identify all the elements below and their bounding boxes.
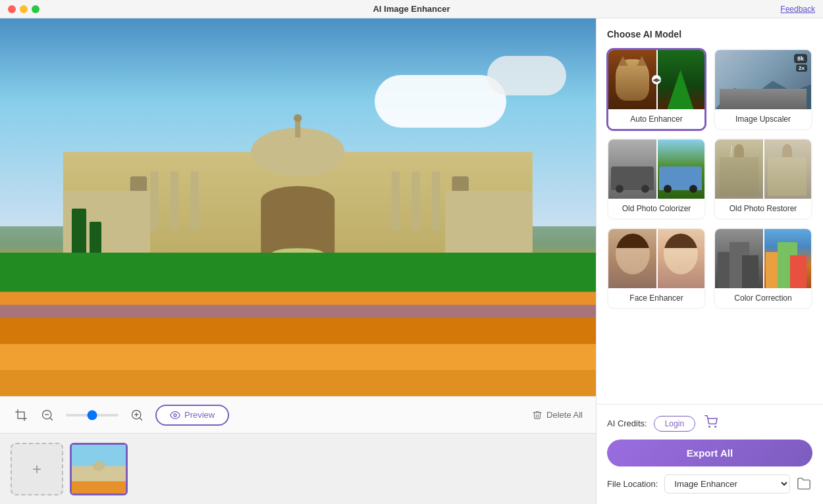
svg-point-13 [261,186,335,214]
upscaler-badge: 8k [794,54,807,63]
model-card-old-photo-restorer[interactable]: Old Photo Restorer [714,138,812,220]
restorer-before [715,139,763,199]
close-button[interactable] [8,5,16,13]
svg-point-37 [93,461,105,470]
ai-credits-label: AI Credits: [607,418,647,428]
model-image-color-correction [715,229,811,288]
svg-line-28 [50,417,53,420]
model-card-old-photo-colorizer[interactable]: Old Photo Colorizer [607,138,706,220]
auto-after [656,50,704,109]
model-image-old-photo-colorizer [608,139,704,199]
model-label-auto-enhancer: Auto Enhancer [608,109,704,129]
delete-all-button[interactable]: Delete All [532,410,583,420]
model-label-old-photo-colorizer: Old Photo Colorizer [608,199,704,218]
maximize-button[interactable] [32,5,40,13]
svg-rect-10 [412,171,420,230]
zoom-in-icon[interactable] [129,407,145,423]
model-label-image-upscaler: Image Upscaler [715,109,811,129]
model-card-color-correction[interactable]: Color Correction [714,228,812,309]
ai-model-section: Choose AI Model [597,18,823,404]
add-icon: + [32,460,41,478]
face-enhancer-after [656,229,704,288]
model-image-auto-enhancer: ◀▶ [608,50,704,109]
add-image-button[interactable]: + [11,443,63,495]
file-location-select[interactable]: Image Enhancer Desktop Documents Custom.… [664,474,790,493]
model-label-color-correction: Color Correction [715,288,811,308]
svg-rect-26 [0,370,596,396]
section-title: Choose AI Model [607,29,812,39]
svg-point-34 [174,414,176,416]
preview-label: Preview [184,410,215,420]
model-label-old-photo-restorer: Old Photo Restorer [715,199,811,218]
file-location-label: File Location: [607,479,658,489]
right-panel: Choose AI Model [596,18,823,504]
image-viewer [0,18,596,396]
colorizer-after [656,139,704,199]
feedback-link[interactable]: Feedback [780,5,815,14]
toolbar: Preview Delete All [0,396,596,433]
svg-rect-11 [432,171,440,230]
model-grid: ◀▶ Auto Enhancer 8k [607,49,812,309]
restorer-after [763,139,811,199]
thumbnail-strip: + [0,433,596,504]
svg-rect-6 [151,171,159,230]
model-card-image-upscaler[interactable]: 8k 2x Image Upscaler [714,49,812,130]
svg-point-5 [294,114,302,122]
login-button[interactable]: Login [654,416,695,432]
zoom-out-icon[interactable] [40,407,55,423]
upscaler-2x-badge: 2x [796,64,807,72]
traffic-lights [8,5,40,13]
right-bottom: AI Credits: Login Export All File Locati… [597,404,823,504]
color-correction-before [715,229,763,288]
model-image-old-photo-restorer [715,139,811,199]
model-card-face-enhancer[interactable]: Face Enhancer [607,228,706,309]
divider-circle: ◀▶ [652,75,661,84]
thumbnail-image [72,445,126,493]
face-enhancer-before [608,229,656,288]
crop-icon[interactable] [13,407,29,423]
ai-credits-row: AI Credits: Login [607,415,812,432]
preview-button[interactable]: Preview [155,405,229,426]
delete-all-label: Delete All [546,410,583,420]
colorizer-before [608,139,656,199]
file-location-row: File Location: Image Enhancer Desktop Do… [607,474,812,493]
auto-before [608,50,656,109]
zoom-slider[interactable] [66,414,119,416]
svg-line-31 [140,417,142,420]
model-image-upscaler: 8k 2x [715,50,811,109]
main-image [0,18,596,396]
model-card-auto-enhancer[interactable]: ◀▶ Auto Enhancer [607,49,706,130]
cloud-2 [487,56,566,95]
svg-rect-7 [171,171,178,230]
model-image-face-enhancer [608,229,704,288]
title-bar: AI Image Enhancer Feedback [0,0,823,18]
flowers [0,253,596,396]
svg-rect-9 [392,171,400,230]
svg-rect-3 [265,152,332,172]
main-content: Preview Delete All + [0,18,823,504]
svg-rect-15 [452,176,469,193]
app-title: AI Image Enhancer [373,4,450,14]
model-label-face-enhancer: Face Enhancer [608,288,704,308]
cart-icon[interactable] [704,415,718,432]
svg-rect-38 [72,481,126,493]
svg-rect-8 [191,171,199,230]
svg-rect-14 [130,176,147,193]
thumbnail-item[interactable] [70,443,128,495]
minimize-button[interactable] [20,5,28,13]
color-correction-after [763,229,811,288]
svg-point-40 [715,426,716,428]
export-all-button[interactable]: Export All [607,440,812,466]
folder-icon[interactable] [797,476,812,492]
left-panel: Preview Delete All + [0,18,596,504]
svg-point-39 [709,426,710,428]
